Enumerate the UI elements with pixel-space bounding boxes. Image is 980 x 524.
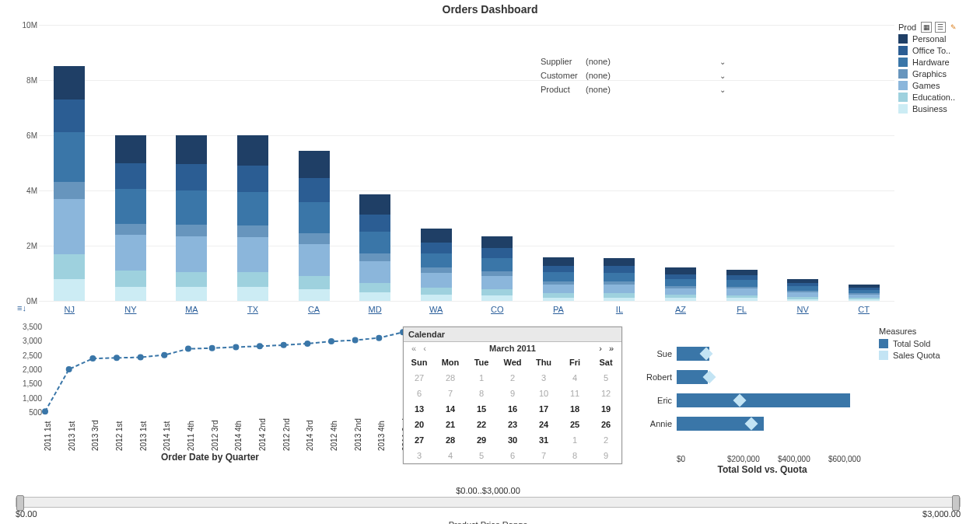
view-grid-icon[interactable]: ▦ [921, 22, 932, 33]
line-point[interactable] [209, 345, 215, 351]
legend-item[interactable]: Office To.. [898, 44, 976, 56]
calendar-day[interactable]: 1 [466, 370, 497, 386]
calendar-day[interactable]: 16 [497, 401, 528, 417]
stacked-bar[interactable] [787, 279, 818, 301]
calendar-day[interactable]: 21 [435, 417, 466, 432]
calendar-day[interactable]: 22 [466, 417, 497, 432]
stacked-bar[interactable] [359, 194, 390, 301]
calendar-day[interactable]: 10 [528, 386, 559, 401]
line-point[interactable] [257, 343, 263, 349]
calendar-day[interactable]: 4 [559, 370, 590, 386]
stacked-bar[interactable] [665, 267, 696, 301]
stacked-bar[interactable] [543, 257, 574, 301]
line-point[interactable] [328, 338, 334, 344]
drilldown-icon[interactable]: ≡↓ [17, 303, 26, 313]
x-axis-label[interactable]: NY [107, 305, 154, 314]
calendar-day[interactable]: 27 [404, 432, 435, 448]
calendar-day[interactable]: 14 [435, 401, 466, 417]
calendar-day[interactable]: 26 [590, 417, 621, 432]
legend-item[interactable]: Total Sold [879, 337, 964, 349]
x-axis-label[interactable]: MA [168, 305, 215, 314]
calendar-day[interactable]: 6 [404, 386, 435, 401]
calendar-day[interactable]: 31 [528, 432, 559, 448]
x-axis-label[interactable]: CO [474, 305, 520, 314]
calendar-day[interactable]: 2 [497, 370, 528, 386]
x-axis-label[interactable]: IL [596, 305, 642, 314]
calendar-day[interactable]: 7 [528, 448, 559, 463]
calendar-day[interactable]: 9 [590, 448, 621, 463]
line-point[interactable] [304, 341, 310, 347]
calendar-day[interactable]: 15 [466, 401, 497, 417]
calendar-day[interactable]: 28 [435, 432, 466, 448]
calendar-day[interactable]: 5 [466, 448, 497, 463]
price-range-slider[interactable]: $0.00..$3,000.00 $0.00 $3,000.00 Product… [16, 486, 961, 517]
line-point[interactable] [185, 346, 191, 352]
stacked-bar[interactable] [237, 135, 268, 301]
bullet-bar[interactable] [677, 393, 850, 407]
line-point[interactable] [161, 352, 167, 358]
stacked-bar[interactable] [299, 151, 330, 301]
calendar-day[interactable]: 8 [559, 448, 590, 463]
line-point[interactable] [281, 342, 287, 348]
calendar-prev-year-icon[interactable]: « [408, 344, 419, 353]
legend-item[interactable]: Graphics [898, 68, 976, 79]
line-point[interactable] [376, 335, 382, 341]
legend-item[interactable]: Education.. [898, 91, 976, 103]
calendar-day[interactable]: 5 [590, 370, 621, 386]
slider-thumb-max[interactable] [952, 495, 960, 511]
stacked-bar[interactable] [604, 258, 635, 301]
x-axis-label[interactable]: MD [352, 305, 398, 314]
slider-thumb-min[interactable] [16, 495, 24, 511]
x-axis-label[interactable]: CA [291, 305, 338, 314]
calendar-day[interactable]: 9 [497, 386, 528, 401]
line-point[interactable] [89, 355, 96, 362]
line-point[interactable] [352, 337, 359, 344]
stacked-bar[interactable] [421, 229, 452, 301]
stacked-bar[interactable] [726, 270, 758, 301]
line-point[interactable] [66, 366, 72, 372]
x-axis-label[interactable]: AZ [657, 305, 704, 314]
calendar-day[interactable]: 8 [466, 386, 497, 401]
line-point[interactable] [233, 344, 239, 350]
line-point[interactable] [114, 355, 120, 361]
calendar-day[interactable]: 27 [404, 370, 435, 386]
slider-track[interactable] [16, 497, 961, 508]
calendar-day[interactable]: 28 [435, 370, 466, 386]
legend-item[interactable]: Games [898, 79, 976, 91]
x-axis-label[interactable]: CT [841, 305, 887, 314]
x-axis-label[interactable]: NV [779, 305, 826, 314]
legend-item[interactable]: Sales Quota [879, 349, 964, 361]
x-axis-label[interactable]: TX [229, 305, 276, 314]
calendar-day[interactable]: 1 [559, 432, 590, 448]
calendar-day[interactable]: 30 [497, 432, 528, 448]
stacked-bar[interactable] [115, 135, 146, 301]
calendar-day[interactable]: 7 [435, 386, 466, 401]
line-point[interactable] [138, 355, 144, 361]
legend-item[interactable]: Personal [898, 33, 976, 44]
calendar-day[interactable]: 19 [590, 401, 621, 417]
calendar-day[interactable]: 17 [528, 401, 559, 417]
stacked-bar[interactable] [176, 135, 207, 301]
calendar-day[interactable]: 13 [404, 401, 435, 417]
calendar-widget[interactable]: Calendar « ‹ March 2011 › » SunMonTueWed… [403, 327, 622, 464]
calendar-day[interactable]: 18 [559, 401, 590, 417]
calendar-day[interactable]: 20 [404, 417, 435, 432]
edit-icon[interactable]: ✎ [949, 23, 958, 32]
calendar-next-month-icon[interactable]: › [595, 344, 606, 353]
x-axis-label[interactable]: WA [413, 305, 460, 314]
calendar-prev-month-icon[interactable]: ‹ [419, 344, 430, 353]
calendar-day[interactable]: 3 [404, 448, 435, 463]
calendar-day[interactable]: 24 [528, 417, 559, 432]
legend-item[interactable]: Hardware [898, 56, 976, 68]
calendar-day[interactable]: 3 [528, 370, 559, 386]
calendar-day[interactable]: 23 [497, 417, 528, 432]
x-axis-label[interactable]: PA [535, 305, 582, 314]
view-list-icon[interactable]: ☰ [935, 22, 946, 33]
calendar-day[interactable]: 6 [497, 448, 528, 463]
stacked-bar[interactable] [849, 285, 880, 301]
calendar-day[interactable]: 2 [590, 432, 621, 448]
x-axis-label[interactable]: NJ [46, 305, 93, 314]
stacked-bar[interactable] [481, 236, 513, 301]
calendar-day[interactable]: 25 [559, 417, 590, 432]
calendar-day[interactable]: 4 [435, 448, 466, 463]
